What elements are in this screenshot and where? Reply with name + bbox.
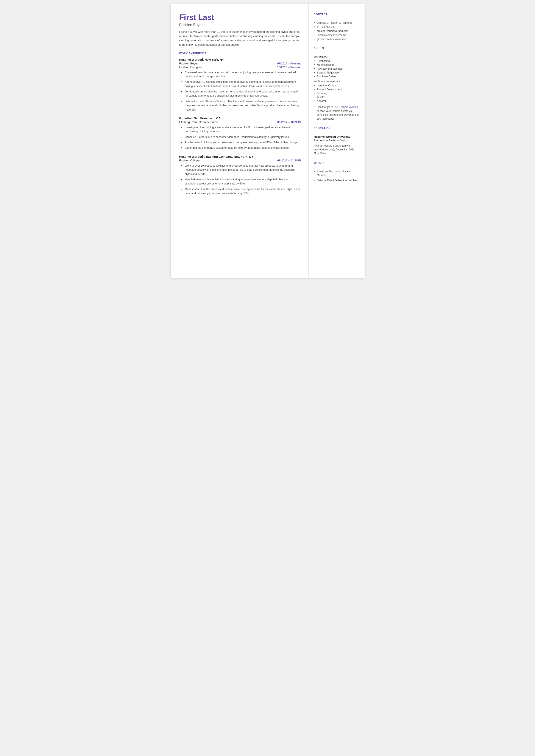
contact-item-4: github.com/resumeworded — [314, 38, 359, 41]
skills-section: SKILLS Techniques: Purchasing Merchandis… — [314, 47, 359, 121]
bullet-3a: Went to over 20 industrial facilities an… — [181, 164, 301, 176]
summary-text: Fashion Buyer with more than 10 years of… — [179, 30, 301, 47]
job-company-2: Growthsi, San Francisco, CA — [179, 117, 301, 120]
education-label: EDUCATION — [314, 127, 359, 130]
bullet-3b: Handled merchandise logistics and monito… — [181, 178, 301, 186]
other-label: OTHER — [314, 161, 359, 164]
work-experience-label: WORK EXPERIENCE — [179, 52, 301, 55]
other-list: American Purchasing Society Member Natio… — [314, 170, 359, 182]
education-divider — [314, 132, 359, 132]
tools-list: Inventory Control Product Development So… — [314, 84, 359, 102]
bullet-3c: Made certain that the pieces and outfits… — [181, 187, 301, 196]
bullet-2c: Purchased old clothing and accessories t… — [181, 141, 301, 145]
technique-1: Merchandising — [314, 63, 359, 66]
scan-note-text-1: Don't forget to use — [317, 106, 339, 109]
technique-4: Purchase Orders — [314, 75, 359, 78]
job-role-1b: Fashion Designer — [179, 66, 202, 69]
job-bullets-1: Examined sample material on and off mode… — [181, 70, 301, 112]
job-dates-1a: 07/2019 – Present — [277, 62, 300, 65]
tool-2: Sourcing — [314, 92, 359, 95]
tool-1: Product Development — [314, 88, 359, 91]
bullet-1d: Listened to over 30 clients' fashion obj… — [181, 99, 301, 112]
technique-3: Supplier Negotiation — [314, 71, 359, 74]
left-column: First Last Fashion Buyer Fashion Buyer w… — [171, 4, 309, 278]
contact-item-2: email@resumeworded.com — [314, 30, 359, 33]
tool-4: Apparel — [314, 99, 359, 102]
contact-label: CONTACT — [314, 13, 359, 16]
candidate-name: First Last — [179, 13, 301, 22]
education-section: EDUCATION Resume Worded University Bache… — [314, 127, 359, 155]
resume-worded-link[interactable]: Resume Worded — [339, 106, 358, 109]
job-row-3a: Fashion Critique 08/2012 – 01/2015 — [179, 159, 301, 162]
bullet-2a: Investigated the clothing styles and era… — [181, 126, 301, 134]
edu-degree: Bachelor in Fashion Design — [314, 139, 359, 142]
job-block-2: Growthsi, San Francisco, CA Clothing Ret… — [179, 117, 301, 150]
contact-section: CONTACT Denver, OH (Open to Remote) +1-2… — [314, 13, 359, 41]
edu-awards: Awards: Honors Society (only 5 awarded t… — [314, 144, 359, 155]
bullet-2b: Canceled 3 orders due to consumer demand… — [181, 135, 301, 139]
job-bullets-2: Investigated the clothing styles and era… — [181, 126, 301, 150]
technique-0: Purchasing — [314, 60, 359, 63]
job-block-3: Resume Worded's Exciting Company, New Yo… — [179, 155, 301, 196]
skills-label: SKILLS — [314, 47, 359, 50]
job-role-2a: Clothing Retail Representative — [179, 121, 218, 124]
bullet-2d: Expanded the company's customer base by … — [181, 146, 301, 150]
scan-note-text-2: to scan your resume before you send it o… — [317, 109, 359, 120]
job-bullets-3: Went to over 20 industrial facilities an… — [181, 164, 301, 196]
tool-0: Inventory Control — [314, 84, 359, 87]
techniques-list: Purchasing Merchandising Inventory Manag… — [314, 60, 359, 78]
job-role-3a: Fashion Critique — [179, 159, 200, 162]
job-row-1a: Fashion Buyer 07/2019 – Present — [179, 62, 301, 65]
job-company-1: Resume Worded, New York, NY — [179, 58, 301, 61]
job-dates-2a: 05/2017 – 10/2019 — [277, 121, 300, 124]
bullet-1c: Distributed sample clothing materials to… — [181, 90, 301, 98]
job-row-2a: Clothing Retail Representative 05/2017 –… — [179, 121, 301, 124]
contact-list: Denver, OH (Open to Remote) +1-234-456-7… — [314, 21, 359, 41]
edu-school: Resume Worded University — [314, 135, 359, 138]
job-block-1: Resume Worded, New York, NY Fashion Buye… — [179, 58, 301, 112]
contact-item-1: +1-234-456-789 — [314, 25, 359, 28]
job-dates-3a: 08/2012 – 01/2015 — [277, 159, 300, 162]
bullet-1a: Examined sample material on and off mode… — [181, 70, 301, 79]
job-dates-1b: 10/2018 – Present — [277, 66, 300, 69]
scan-note: Don't forget to use Resume Worded to sca… — [314, 105, 359, 121]
contact-item-0: Denver, OH (Open to Remote) — [314, 21, 359, 24]
tool-3: Textiles — [314, 96, 359, 99]
right-column: CONTACT Denver, OH (Open to Remote) +1-2… — [309, 4, 365, 278]
candidate-title: Fashion Buyer — [179, 23, 301, 27]
tools-label: Tools and Frameworks: — [314, 80, 359, 83]
other-section: OTHER American Purchasing Society Member… — [314, 161, 359, 182]
contact-item-3: linkedin.com/in/username — [314, 34, 359, 37]
contact-divider — [314, 18, 359, 18]
job-row-1b: Fashion Designer 10/2018 – Present — [179, 66, 301, 69]
other-item-1: National Retail Federation Member — [314, 179, 359, 182]
bullet-1b: Attended over 10 fashion exhibitions and… — [181, 80, 301, 88]
resume-page: First Last Fashion Buyer Fashion Buyer w… — [171, 4, 365, 278]
techniques-label: Techniques: — [314, 55, 359, 58]
job-company-3: Resume Worded's Exciting Company, New Yo… — [179, 155, 301, 158]
technique-2: Inventory Management — [314, 67, 359, 70]
other-item-0: American Purchasing Society Member — [314, 170, 359, 177]
job-role-1a: Fashion Buyer — [179, 62, 198, 65]
